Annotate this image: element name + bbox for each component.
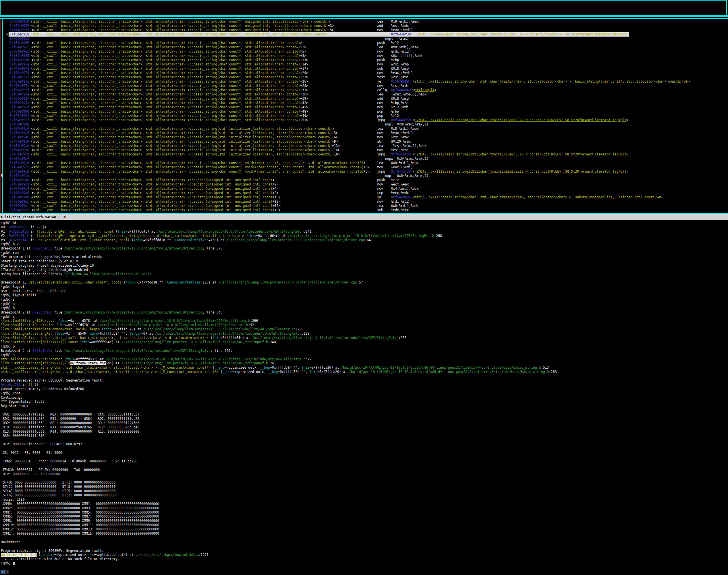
text-segment: < xyxy=(29,204,33,208)
text-segment: 0xf64e09da xyxy=(9,195,29,199)
asm-address-and-symbol: 0xf64e0953 <std::__cxx11::basic_string<c… xyxy=(9,24,334,28)
text-segment: R10: 00000000fffffedc R11: 00000000fa0cd… xyxy=(1,425,139,429)
text-segment: XMM14: 00000000000000000000000000000000 … xyxy=(1,532,159,536)
text-segment: 0xf64e0962 xyxy=(9,45,29,49)
text-segment: std::__cxx11::basic_string<char, std::ch… xyxy=(33,178,273,182)
asm-address-and-symbol: 0xf64e09b0 <std::__cxx11::basic_string<c… xyxy=(9,148,340,152)
text-segment: ../../../src/libgcc/unwind-dw2.c: No suc… xyxy=(1,557,119,561)
text-segment: 0xf64e0968 xyxy=(9,54,29,58)
text-segment: XMM8: 00000000000000000000000000000000 X… xyxy=(1,519,159,523)
text-segment: < xyxy=(29,195,33,199)
text-segment: 0xf64e0a06 xyxy=(391,195,411,199)
text-segment: llvm::SmallVectorBase::size xyxy=(1,323,54,327)
text-segment: =0) at xyxy=(141,332,155,336)
text-segment: ( xyxy=(218,370,222,374)
text-segment: std::__cxx11::basic_string<char, std::ch… xyxy=(33,84,300,88)
text-segment: +15> xyxy=(273,204,281,208)
text-segment: jmpq xyxy=(377,169,391,173)
text-segment: 0xf644b840 xyxy=(391,88,411,92)
text-segment: ja xyxy=(377,195,391,199)
text-segment: 0xf64e097f xyxy=(9,88,29,92)
text-segment: llvm::StringRef::operator std::__cxx11::… xyxy=(1,336,209,340)
asm-row: 0xf64e095d nopl (%rax) xyxy=(0,37,728,41)
asm-instruction: mov %eax,(%edi) xyxy=(377,165,413,169)
terminal-line xyxy=(0,374,728,378)
text-segment: < xyxy=(29,92,33,96)
asm-address-and-symbol: 0xf64e09b7 xyxy=(9,157,29,161)
text-segment: > xyxy=(626,169,628,173)
terminal-line xyxy=(0,464,728,468)
tui-empty-source-window xyxy=(0,0,727,15)
gdb-terminal-output: (gdb) bt#0 0xfa0cd266 in ?? ()#1 0x020c8… xyxy=(0,221,728,566)
asm-address-and-symbol: 0xf64e0965 <std::__cxx11::basic_string<c… xyxy=(9,49,306,54)
text-segment: uw_frame_state_for xyxy=(1,553,37,557)
asm-address-and-symbol: 0xf64e0991 <std::__cxx11::basic_string<c… xyxy=(9,114,308,118)
asm-instruction: push %rbp xyxy=(377,58,399,62)
text-segment: callq xyxy=(377,88,391,92)
terminal-line: XMM14: 00000000000000000000000000000000 … xyxy=(0,532,728,536)
text-segment: < xyxy=(29,28,33,32)
terminal-line: R13: 00000000ffffd660 R14: 0000000000000… xyxy=(0,430,728,434)
text-segment: this xyxy=(309,370,317,374)
text-segment: RIP: 00000000 RDP: 00000000 xyxy=(1,472,60,476)
text-segment: uw_frame_state_for xyxy=(70,361,106,365)
terminal-line: (gdb) xyxy=(0,561,728,566)
text-segment: std::__cxx11::basic_string<char, std::ch… xyxy=(33,152,332,156)
text-segment: +14> xyxy=(300,62,308,66)
text-segment: :57 xyxy=(357,280,363,284)
terminal-line: Breakpoint 3 at 0x20c8ee2: file /usr/loc… xyxy=(0,349,728,353)
text-segment: std::__cxx11::basic_string<char, std::ch… xyxy=(33,92,300,96)
text-segment: 0x20c5f12 xyxy=(33,310,50,314)
text-segment: 0xf64e09ad xyxy=(9,144,29,148)
asm-instruction: mov %eax,(%edi) xyxy=(377,71,413,75)
terminal-line: XMM4: 00000000000000000000000000000000 X… xyxy=(0,510,728,515)
workspace-button-1[interactable]: 1 xyxy=(1,570,5,574)
text-segment: ?? xyxy=(29,383,33,387)
asm-row: 0xf64e09b2 <std::__cxx11::basic_string<c… xyxy=(0,152,728,157)
terminal-line: RSP: 00000000ffffd510 xyxy=(0,434,728,438)
asm-row: 0xf64e0977 <std::__cxx11::basic_string<c… xyxy=(0,75,728,79)
text-segment: 0xf64e09a0 xyxy=(9,127,29,131)
text-segment: =0xf7ffca20) at xyxy=(317,370,349,374)
tui-asm-window-top-border xyxy=(0,18,728,19)
text-segment: 0xfa0cd266 xyxy=(9,225,29,229)
text-segment: jmpq xyxy=(377,152,391,156)
text-segment: ( xyxy=(211,366,215,370)
text-segment: 0xf64e096d xyxy=(9,58,29,62)
text-segment: ( xyxy=(100,327,104,331)
text-segment: Argv0 xyxy=(133,238,143,242)
text-segment: 0xf64e09a9 xyxy=(9,139,29,143)
text-segment: ( xyxy=(209,336,213,340)
asm-address-and-symbol: 0xf64e0987 <std::__cxx11::basic_string<c… xyxy=(9,97,308,101)
text-segment: std::__cxx11::basic_string<char, std::ch… xyxy=(33,118,300,122)
asm-address-and-symbol: 0xf64e098a <std::__cxx11::basic_string<c… xyxy=(9,101,308,105)
text-segment: std::__cxx11::basic_string<char, std::ch… xyxy=(33,127,332,131)
terminal-line: XMM2: 00000000000000000000000000000000 X… xyxy=(0,506,728,510)
text-segment: < xyxy=(411,195,415,199)
text-segment: < xyxy=(29,152,33,156)
asm-instruction: mov %rsi,%rbp xyxy=(377,62,409,67)
terminal-line: XMM6: 00000000000000000000000000000000 X… xyxy=(0,514,728,519)
text-segment: < xyxy=(29,105,33,109)
asm-row: 0xf64e0955 <std::__cxx11::basic_string<c… xyxy=(0,28,728,32)
text-segment: *** Segmentation fault xyxy=(1,400,44,404)
terminal-line: Program received signal SIGSEGV, Segment… xyxy=(0,549,728,553)
text-segment: < xyxy=(29,208,33,212)
terminal-line: (gdb) b 2 xyxy=(0,242,728,246)
text-segment: strlen@plt xyxy=(415,88,435,92)
terminal-line xyxy=(0,408,728,412)
text-segment: lea (%rax,%rbp,1),%edx xyxy=(377,92,426,96)
workspace-button-2[interactable]: 2 xyxy=(5,570,9,574)
asm-row: 0xf64e0990 <std::__cxx11::basic_string<c… xyxy=(0,109,728,114)
text-segment: :79 xyxy=(305,357,311,361)
text-segment: std::__cxx11::basic_string<char, std::ch… xyxy=(33,97,300,101)
text-segment: CanonicalPrefixes xyxy=(175,238,209,242)
text-segment: std::__cxx11::basic_string<char, std::ch… xyxy=(33,204,273,208)
text-segment: _ZNSt7__cxx1112basic_stringIcSt11char_tr… xyxy=(415,169,627,173)
text-segment: __end xyxy=(215,366,224,370)
text-segment: this xyxy=(213,336,220,340)
asm-instruction: mov %esi,%esi xyxy=(377,148,409,152)
terminal-line: RIP: 00000000fa0cd266 EFLAGS: 00010292 xyxy=(0,442,728,446)
text-segment: < xyxy=(29,118,33,122)
asm-row: 0xf64e096e <std::__cxx11::basic_string<c… xyxy=(0,62,728,67)
